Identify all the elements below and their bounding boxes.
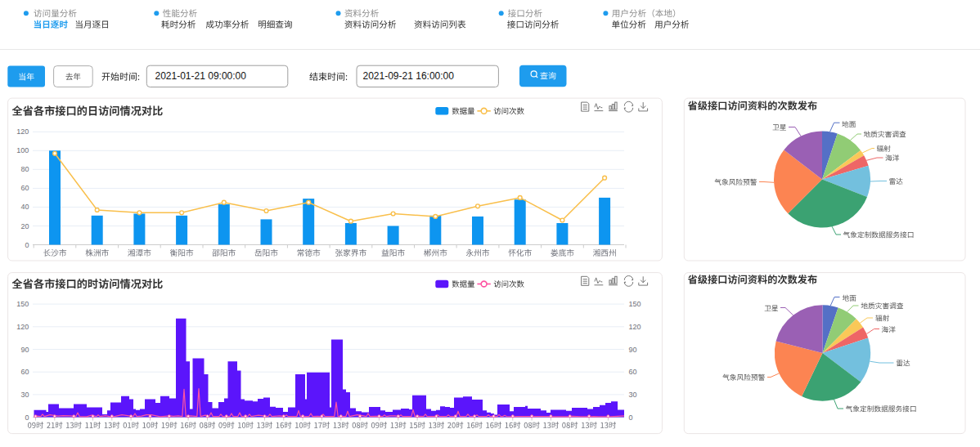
svg-text:30: 30 [629,391,637,399]
svg-text:60: 60 [629,368,637,376]
svg-text:30: 30 [20,391,29,399]
svg-text:2021-09-21 16:00:00: 2021-09-21 16:00:00 [363,70,455,82]
svg-text:40: 40 [20,203,29,211]
svg-text:0: 0 [25,413,29,422]
svg-text:150: 150 [629,300,641,308]
svg-text:80: 80 [20,165,29,173]
svg-text:0: 0 [25,241,29,249]
svg-text:120: 120 [16,127,29,136]
svg-text:2021-01-21 09:00:00: 2021-01-21 09:00:00 [155,70,247,82]
svg-text:60: 60 [20,368,29,376]
svg-text:120: 120 [629,323,641,331]
svg-text:100: 100 [16,146,29,154]
svg-text:0: 0 [629,413,633,422]
svg-text:120: 120 [16,323,29,331]
svg-text:150: 150 [16,300,29,308]
svg-text:90: 90 [20,346,29,354]
svg-text:60: 60 [20,184,29,192]
svg-text:90: 90 [629,346,637,354]
svg-text:20: 20 [20,222,29,230]
